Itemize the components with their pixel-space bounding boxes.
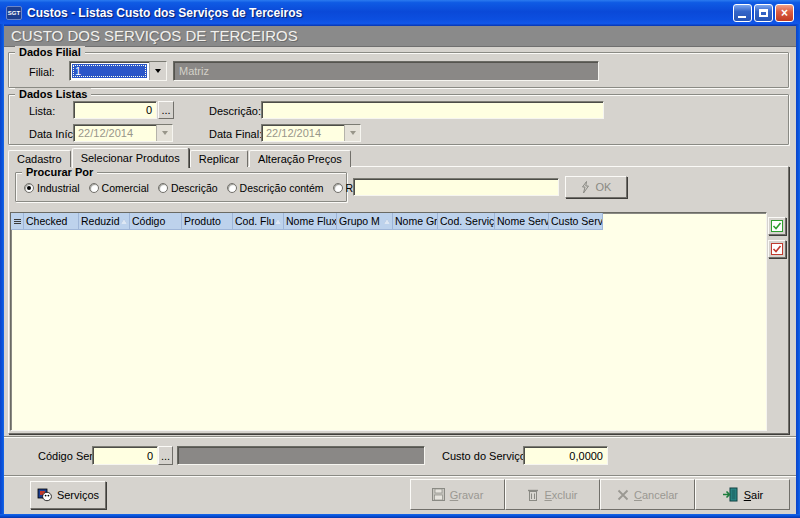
tab-alteracao-precos[interactable]: Alteração Preços <box>249 150 351 167</box>
exit-door-icon <box>722 487 739 502</box>
column-header-codigo[interactable]: Código <box>130 213 182 230</box>
servicos-button-label: Serviços <box>57 489 99 501</box>
column-header-grupo-m[interactable]: Grupo M <box>337 213 393 230</box>
window-border-right <box>796 24 800 518</box>
servicos-icon <box>37 488 52 502</box>
column-header-label: Produto <box>184 215 221 227</box>
close-icon: × <box>781 6 788 20</box>
lista-label: Lista: <box>29 105 55 117</box>
cancelar-button-label: Cancelar <box>634 489 678 501</box>
filial-selected-value: 1 <box>72 64 147 78</box>
descricao-input[interactable] <box>261 101 604 119</box>
column-header-checked[interactable]: Checked <box>24 213 79 230</box>
servicos-button[interactable]: Serviços <box>30 481 106 509</box>
column-header-produto[interactable]: Produto <box>182 213 233 230</box>
maximize-icon <box>759 9 768 17</box>
nome-servico-field <box>177 446 425 465</box>
custo-servico-label: Custo do Serviço $ <box>442 450 535 462</box>
radio-descricao[interactable]: Descrição <box>158 182 218 194</box>
chevron-down-icon <box>162 131 168 135</box>
data-inicio-picker[interactable]: 22/12/2014 <box>73 124 173 142</box>
uncheck-all-button[interactable] <box>768 240 786 258</box>
column-header-label: Cod. Flu <box>235 215 275 227</box>
radio-descricao-contem[interactable]: Descrição contém <box>227 182 324 194</box>
sort-ascending-icon <box>275 219 281 224</box>
radio-icon <box>158 183 168 193</box>
dados-filial-legend: Dados Filial <box>15 46 85 58</box>
gravar-button[interactable]: Gravar <box>410 479 505 510</box>
sort-ascending-icon <box>121 219 127 224</box>
tab-replicar[interactable]: Replicar <box>190 150 248 167</box>
lista-browse-button[interactable]: ... <box>158 101 174 119</box>
divider <box>4 475 796 477</box>
lista-input[interactable]: 0 <box>73 101 157 119</box>
data-final-value: 22/12/2014 <box>262 125 344 141</box>
radio-label: Descrição <box>171 182 218 194</box>
procurar-search-input[interactable] <box>353 178 559 196</box>
column-header-reduzid[interactable]: Reduzid <box>79 213 130 230</box>
codigo-servico-input[interactable]: 0 <box>92 446 158 465</box>
tab-cadastro[interactable]: Cadastro <box>8 150 71 167</box>
radio-comercial[interactable]: Comercial <box>89 182 149 194</box>
column-header-nome-servic[interactable]: Nome Serviç <box>495 213 549 230</box>
data-final-dropdown-button[interactable] <box>344 125 360 141</box>
column-header-label: Checked <box>26 215 67 227</box>
filial-dropdown-button[interactable] <box>149 62 166 80</box>
filial-combobox[interactable]: 1 <box>69 61 167 81</box>
tab-page-selecionar-produtos: Procurar Por IndustrialComercialDescriçã… <box>8 166 789 434</box>
page-title: CUSTO DOS SERVIÇOS DE TERCEIROS <box>4 26 796 47</box>
cancelar-button[interactable]: Cancelar <box>600 479 695 510</box>
gravar-button-label: Gravar <box>450 489 484 501</box>
radio-label: Industrial <box>37 182 80 194</box>
grid-options-icon <box>14 219 21 224</box>
radio-icon <box>24 183 34 193</box>
produtos-grid[interactable]: CheckedReduzidCódigoProdutoCod. FluNome … <box>10 212 767 431</box>
column-header-cod-servico[interactable]: Cod. Serviço <box>438 213 495 230</box>
column-header-label: Código <box>132 215 165 227</box>
chevron-down-icon <box>350 131 356 135</box>
radio-industrial[interactable]: Industrial <box>24 182 80 194</box>
chevron-down-icon <box>155 69 161 73</box>
title-bar[interactable]: SGT Custos - Listas Custo dos Serviços d… <box>0 0 800 26</box>
green-check-icon <box>771 220 783 232</box>
grid-corner-button[interactable] <box>11 213 24 230</box>
column-header-nome-grupo[interactable]: Nome Grupo <box>393 213 438 230</box>
grid-header-row: CheckedReduzidCódigoProdutoCod. FluNome … <box>11 213 766 230</box>
sair-button[interactable]: Sair <box>695 479 790 510</box>
radio-icon <box>89 183 99 193</box>
lightning-icon <box>581 181 590 194</box>
close-button[interactable]: × <box>775 4 794 22</box>
footer-button-group: Gravar Excluir Cancelar Sair <box>410 479 790 510</box>
maximize-button[interactable] <box>754 4 773 22</box>
procurar-por-group: Procurar Por IndustrialComercialDescriçã… <box>15 172 347 202</box>
data-inicio-value: 22/12/2014 <box>74 125 156 141</box>
red-check-icon <box>771 243 783 255</box>
filial-label: Filial: <box>29 66 55 78</box>
column-header-nome-fluxo[interactable]: Nome Fluxo <box>284 213 337 230</box>
custo-servico-input[interactable]: 0,0000 <box>523 446 608 465</box>
check-all-button[interactable] <box>768 217 786 235</box>
tab-selecionar-produtos[interactable]: Selecionar Produtos <box>72 148 189 168</box>
ok-button-label: OK <box>596 181 612 193</box>
column-header-label: Nome Serviç <box>497 215 549 227</box>
sair-button-label: Sair <box>744 489 764 501</box>
column-header-label: Nome Fluxo <box>286 215 337 227</box>
excluir-button-label: Excluir <box>544 489 577 501</box>
filial-nome-field: Matriz <box>173 61 599 81</box>
excluir-button[interactable]: Excluir <box>505 479 600 510</box>
column-header-custo-servic[interactable]: Custo Serviç <box>549 213 603 230</box>
dados-listas-group: Dados Listas Lista: 0 ... Descrição: Dat… <box>8 94 789 145</box>
data-final-label: Data Final: <box>209 128 262 140</box>
data-final-picker[interactable]: 22/12/2014 <box>261 124 361 142</box>
column-header-cod-flu[interactable]: Cod. Flu <box>233 213 284 230</box>
trash-icon <box>527 488 539 501</box>
window-border-left <box>0 24 4 518</box>
column-header-label: Grupo M <box>339 215 380 227</box>
data-inicio-dropdown-button[interactable] <box>156 125 172 141</box>
dados-filial-group: Dados Filial Filial: 1 Matriz <box>8 52 789 88</box>
cancel-x-icon <box>617 489 629 501</box>
minimize-button[interactable] <box>733 4 752 22</box>
procurar-ok-button[interactable]: OK <box>565 176 627 198</box>
codigo-servico-browse-button[interactable]: ... <box>158 446 173 465</box>
column-header-label: Nome Grupo <box>395 215 438 227</box>
